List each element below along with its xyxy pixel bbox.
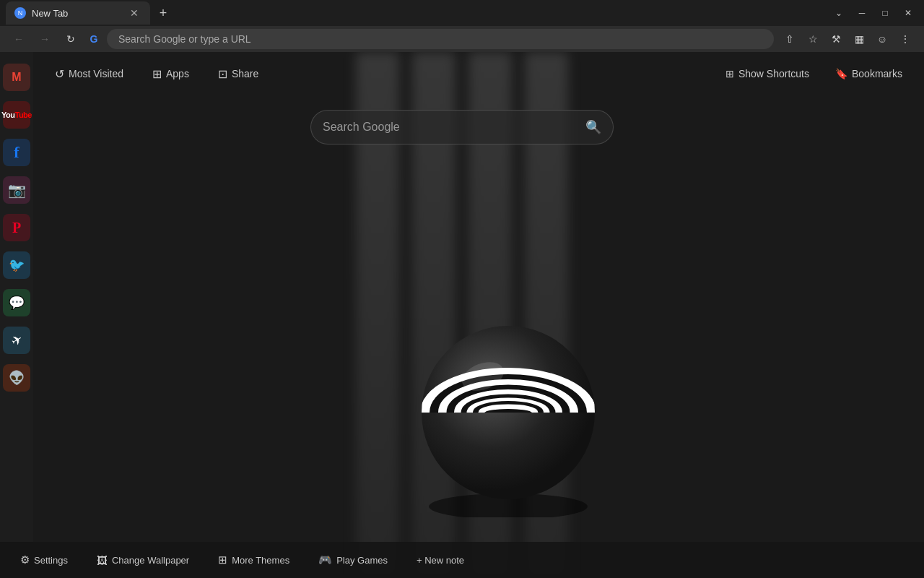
tab-title: New Tab bbox=[32, 8, 121, 19]
play-games-button[interactable]: 🎮 Play Games bbox=[313, 549, 393, 571]
tab-bar: N New Tab ✕ + ⌄ ─ □ ✕ bbox=[0, 0, 924, 26]
telegram-icon: ✈ bbox=[8, 331, 25, 350]
share-icon: ⊡ bbox=[218, 67, 227, 81]
apps-button[interactable]: ⊞ Apps bbox=[145, 63, 196, 85]
instagram-icon: 📷 bbox=[8, 181, 26, 199]
sidebar-item-gmail[interactable]: M bbox=[3, 64, 30, 91]
facebook-icon: f bbox=[14, 143, 19, 162]
sidebar-item-instagram[interactable]: 📷 bbox=[3, 176, 30, 204]
share-page-button[interactable]: ⇧ bbox=[780, 29, 800, 49]
change-wallpaper-label: Change Wallpaper bbox=[112, 555, 189, 566]
whatsapp-icon: 💬 bbox=[9, 295, 25, 311]
settings-label: Settings bbox=[34, 555, 68, 566]
bottom-bar: ⚙ Settings 🖼 Change Wallpaper ⊞ More The… bbox=[0, 542, 924, 578]
bookmarks-icon: 🔖 bbox=[835, 68, 847, 79]
top-nav-left: ↺ Most Visited ⊞ Apps ⊡ Share bbox=[48, 63, 266, 85]
new-note-label: + New note bbox=[417, 555, 464, 566]
apps-icon: ⊞ bbox=[152, 67, 162, 81]
new-note-button[interactable]: + New note bbox=[411, 551, 470, 570]
bookmarks-label: Bookmarks bbox=[852, 68, 902, 79]
twitter-icon: 🐦 bbox=[9, 257, 25, 273]
ball-container bbox=[393, 301, 624, 520]
gmail-icon: M bbox=[12, 71, 21, 84]
search-bar: 🔍 bbox=[310, 110, 614, 144]
show-shortcuts-button[interactable]: ⊞ Show Shortcuts bbox=[718, 64, 816, 84]
reload-button[interactable]: ↻ bbox=[61, 29, 81, 49]
play-games-icon: 🎮 bbox=[318, 553, 332, 566]
sidebar-item-pinterest[interactable]: P bbox=[3, 214, 30, 241]
search-input[interactable] bbox=[323, 121, 578, 134]
change-wallpaper-icon: 🖼 bbox=[97, 554, 108, 566]
pinterest-icon: P bbox=[12, 220, 21, 236]
sidebar-item-facebook[interactable]: f bbox=[3, 139, 30, 166]
show-shortcuts-label: Show Shortcuts bbox=[738, 68, 809, 79]
tab-favicon: N bbox=[14, 7, 26, 19]
sidebar-item-youtube[interactable]: YouTube bbox=[3, 101, 30, 129]
more-themes-icon: ⊞ bbox=[218, 553, 227, 566]
tab-close-button[interactable]: ✕ bbox=[127, 6, 141, 20]
sidebar-item-reddit[interactable]: 👽 bbox=[3, 364, 30, 392]
more-themes-button[interactable]: ⊞ More Themes bbox=[212, 549, 295, 571]
share-label: Share bbox=[232, 68, 258, 79]
change-wallpaper-button[interactable]: 🖼 Change Wallpaper bbox=[91, 550, 195, 571]
play-games-label: Play Games bbox=[336, 555, 388, 566]
sidebar-item-twitter[interactable]: 🐦 bbox=[3, 251, 30, 279]
browser-chrome: N New Tab ✕ + ⌄ ─ □ ✕ ← → ↻ G ⇧ ☆ ⚒ ▦ ☺ … bbox=[0, 0, 924, 52]
reddit-icon: 👽 bbox=[9, 370, 25, 386]
url-input[interactable] bbox=[107, 29, 774, 49]
new-tab-page: M YouTube f 📷 P 🐦 💬 ✈ 👽 bbox=[0, 52, 924, 578]
most-visited-icon: ↺ bbox=[55, 67, 64, 81]
sidebar: M YouTube f 📷 P 🐦 💬 ✈ 👽 bbox=[0, 52, 33, 578]
search-icon[interactable]: 🔍 bbox=[585, 119, 601, 135]
sidebar-item-telegram[interactable]: ✈ bbox=[3, 327, 30, 354]
apps-label: Apps bbox=[166, 68, 189, 79]
bookmarks-button[interactable]: 🔖 Bookmarks bbox=[828, 64, 910, 84]
share-button[interactable]: ⊡ Share bbox=[211, 63, 266, 85]
minimize-button[interactable]: ─ bbox=[852, 3, 872, 23]
ball-svg bbox=[393, 301, 624, 517]
back-button[interactable]: ← bbox=[9, 29, 29, 49]
close-button[interactable]: ✕ bbox=[898, 3, 918, 23]
split-view-button[interactable]: ▦ bbox=[849, 29, 869, 49]
maximize-button[interactable]: □ bbox=[875, 3, 895, 23]
search-container: 🔍 bbox=[310, 110, 614, 144]
forward-button[interactable]: → bbox=[35, 29, 55, 49]
most-visited-button[interactable]: ↺ Most Visited bbox=[48, 63, 131, 85]
window-controls: ⌄ ─ □ ✕ bbox=[829, 3, 918, 23]
settings-button[interactable]: ⚙ Settings bbox=[14, 549, 74, 571]
toolbar-icons: ⇧ ☆ ⚒ ▦ ☺ ⋮ bbox=[780, 29, 915, 49]
address-bar: ← → ↻ G ⇧ ☆ ⚒ ▦ ☺ ⋮ bbox=[0, 26, 924, 52]
bookmark-button[interactable]: ☆ bbox=[803, 29, 823, 49]
top-right: ⊞ Show Shortcuts 🔖 Bookmarks bbox=[704, 52, 924, 95]
profile-button[interactable]: ☺ bbox=[872, 29, 892, 49]
show-shortcuts-icon: ⊞ bbox=[725, 68, 734, 79]
more-themes-label: More Themes bbox=[232, 555, 289, 566]
most-visited-label: Most Visited bbox=[69, 68, 123, 79]
google-icon: G bbox=[87, 32, 101, 46]
extensions-button[interactable]: ⚒ bbox=[826, 29, 846, 49]
sidebar-item-whatsapp[interactable]: 💬 bbox=[3, 289, 30, 316]
new-tab-button[interactable]: + bbox=[153, 3, 173, 23]
menu-button[interactable]: ⋮ bbox=[895, 29, 915, 49]
dropdown-button[interactable]: ⌄ bbox=[829, 3, 849, 23]
active-tab[interactable]: N New Tab ✕ bbox=[6, 1, 150, 25]
youtube-icon: YouTube bbox=[1, 111, 32, 119]
settings-icon: ⚙ bbox=[20, 553, 30, 566]
